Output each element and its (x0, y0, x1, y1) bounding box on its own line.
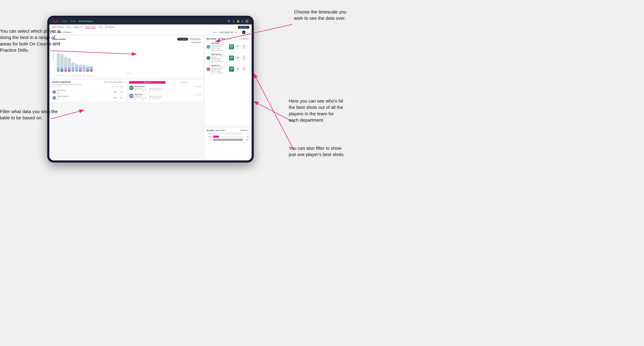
chevron-down-icon-scoring: ▾ (226, 129, 227, 131)
team-header: Team Clippd | 14 Players ✏ Show: Last 3 … (49, 30, 252, 35)
pars-bar-fill (213, 139, 243, 141)
x-axis-label: Players (52, 72, 202, 74)
scoring-card: Scoring Par 3, 4 & 5s ▾ All Players ▾ Ea… (205, 128, 250, 159)
bar-2 (60, 54, 64, 68)
practice-dropdown[interactable]: PUTT Must Make Putting ... ▾ (104, 81, 125, 83)
shot-meta-1: 09 Jun 2023 · Royal North Devon GC, Hole… (212, 44, 228, 46)
team-title: Team Clippd | 14 Players (52, 31, 71, 33)
scoring-tabs: Par 3, 4 & 5s ▾ (215, 129, 227, 131)
svg-line-1 (254, 101, 294, 122)
lb-name-1: Richard Butler (57, 89, 112, 91)
list-view-icon[interactable]: ≡ (238, 31, 242, 34)
chevron-down-icon-players: ▾ (248, 38, 248, 40)
col-player-name: PLAYER NAME (52, 86, 112, 88)
all-players-dropdown[interactable]: All Players ▾ (240, 38, 248, 40)
birdies-bar-bg (213, 136, 243, 138)
all-players-scoring-dropdown[interactable]: All Players ▾ (240, 130, 248, 131)
subnav-allplayers[interactable]: All Players (105, 26, 114, 28)
active-practice-1: Total Practice Activities GTT0 APP0 ARG0… (149, 88, 162, 92)
plus-circle-icon[interactable]: ⊕ (241, 20, 243, 22)
shot-stats-1: Shot Dist: 67 yds · Start Lie: Rough · E… (212, 46, 228, 51)
subnav-pgat[interactable]: PGAT Players (52, 26, 64, 28)
shot-detail-yds-1: 67 yds (235, 44, 240, 50)
heart-view-icon[interactable]: ♥ (242, 31, 245, 34)
bar-8 (82, 65, 86, 68)
bar-5 (72, 63, 74, 68)
edit-icon[interactable]: ✏ (72, 31, 74, 33)
active-player-1: BM Blair McHarg 26 Aug 2023 Total Rounds (129, 85, 202, 93)
subnav-tour[interactable]: Tour (98, 26, 102, 28)
shot-stats-2: Shot Dist: 43 yds · Start Lie: Rough · E… (212, 58, 228, 62)
player-avatar-5: EE (72, 69, 74, 72)
shot-detail-yds2-3: 0 yds (241, 66, 247, 72)
chart-label: On Course (52, 42, 60, 43)
time-filter-select[interactable]: Last 3 months Last 6 months Last year (218, 31, 234, 34)
users-icon[interactable]: 👤 (232, 20, 235, 22)
active-player-details-2: Rees Britt 02 Sep 2023 Total Rounds Tour… (135, 94, 202, 100)
shot-detail-boxes-2: 43 yds 0 yds (235, 55, 247, 61)
scoring-title: Scoring (206, 129, 214, 131)
chart-dropdown-label: Total Rounds (191, 42, 200, 43)
least-active-btn[interactable]: Least Active (166, 81, 202, 84)
shot-item-1[interactable]: Matt Miller 09 Jun 2023 · Royal North De… (206, 41, 248, 52)
sub-nav: PGAT Players PGA Hcaps 1-5 Team Clippd T… (49, 24, 252, 30)
bell-icon[interactable]: 🔔 (237, 20, 240, 22)
active-rounds-1: Total Rounds Tournament7 Practice6 (135, 88, 147, 92)
shot-item-2[interactable]: Blair McHarg 23 Jul 2023 · Ashridge GC, … (206, 52, 248, 64)
col-pb-avg: PB AVG SQ (118, 86, 124, 88)
leaderboard-columns: PLAYER NAME PB SCORE PB AVG SQ (52, 86, 125, 88)
subnav-teamclippd[interactable]: Team Clippd (85, 26, 96, 29)
shot-badge-area-3: 198 SG (229, 67, 234, 72)
eagles-num: 3 (244, 133, 248, 134)
add-team-button[interactable]: Add Team + (238, 26, 249, 29)
main-content: Player Activity On Course Practice Drill… (49, 35, 252, 161)
nav-home[interactable]: Home (62, 20, 68, 22)
player-avatar-8: MM (82, 69, 86, 72)
lb-badge-2: 2 (57, 99, 58, 100)
bar-group: 2 (90, 65, 93, 68)
on-course-toggle[interactable]: On Course (177, 38, 188, 40)
bar-group: 9 (68, 57, 71, 68)
annotation-best-shots: Here you can see who's hitthe best shots… (289, 98, 343, 123)
shot-name-3: David Ford (212, 65, 228, 66)
scoring-row-birdies: Birdies 96 (206, 136, 248, 138)
pars-num: 499 (244, 139, 248, 141)
bs-header: Best Shots All Shots Shots ▾ All Players… (206, 38, 248, 40)
par-3-4-5-tab[interactable]: Par 3, 4 & 5s (215, 129, 226, 131)
shot-chevron-1: › (248, 46, 248, 48)
tablet-frame: clippd Home Teams My Performance 🔍 👤 🔔 ⊕… (47, 16, 254, 163)
shot-avatar-2 (206, 56, 210, 60)
logo: clippd (52, 20, 59, 22)
nav-teams[interactable]: Teams (70, 20, 76, 22)
practice-drills-toggle[interactable]: Practice Drills (189, 38, 202, 40)
subnav-pga[interactable]: PGA (67, 26, 71, 28)
all-shots-tab[interactable]: All Shots (218, 38, 226, 40)
lb-score-2: 18/20 (112, 97, 118, 99)
shot-meta-2: 23 Jul 2023 · Ashridge GC, Hole 15 (212, 55, 228, 58)
nav-myperformance[interactable]: My Performance (79, 20, 93, 22)
player-avatar-7: RB (79, 69, 82, 72)
subnav-hcaps[interactable]: Hcaps 1-5 (74, 26, 82, 28)
shot-detail-boxes-3: 16 yds 0 yds (235, 66, 247, 72)
most-active-btn[interactable]: Most Active (129, 81, 166, 84)
shot-meta-3: 24 Aug 2023 · Royal North Devon GC, Hole… (212, 66, 228, 69)
chevron-down-icon-scoring-players: ▾ (248, 130, 248, 131)
tablet-screen: clippd Home Teams My Performance 🔍 👤 🔔 ⊕… (49, 18, 252, 161)
bar-1 (57, 53, 60, 68)
svg-line-2 (254, 73, 294, 150)
grid-view-icon[interactable]: ⊞ (234, 31, 238, 34)
chart-dropdown[interactable]: Total Rounds ▾ (191, 42, 202, 43)
search-icon[interactable]: 🔍 (228, 20, 230, 22)
chevron-down-icon: ▾ (124, 81, 125, 83)
show-label: Show: (213, 31, 217, 33)
shot-info-3: David Ford 24 Aug 2023 · Royal North Dev… (212, 65, 228, 74)
shots-tab[interactable]: Shots (226, 38, 232, 40)
table-view-icon[interactable]: ≡ (246, 31, 249, 34)
bar-3 (64, 57, 67, 68)
shot-item-3[interactable]: David Ford 24 Aug 2023 · Royal North Dev… (206, 64, 248, 75)
bar-group: 4 (75, 63, 78, 68)
shot-badge-2: 200 SG (229, 56, 234, 60)
avatar[interactable]: U (245, 19, 249, 23)
bar-group: 5 (72, 61, 74, 68)
shot-chevron-2: › (248, 57, 248, 59)
